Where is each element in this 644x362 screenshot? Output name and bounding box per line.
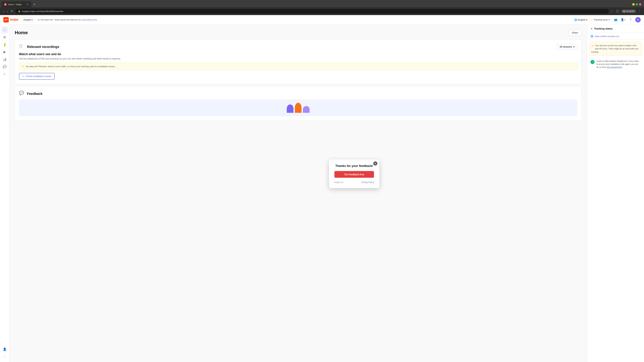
no-data-text: No data yet? Refresh, wait for more traf… [26, 65, 116, 68]
sidebar-item-insights[interactable]: 💡 [1, 41, 8, 48]
page-title: Home [15, 30, 28, 35]
tracking-warning-text: Your site has not sent any data to Hotja… [591, 44, 638, 53]
top-navigation: hotjar shopify ▾ 11 trial days left - ke… [0, 15, 644, 24]
url-bar[interactable]: 🔒 insights.hotjar.com/sites/3814994/over… [15, 9, 609, 13]
sidebar-item-feedback[interactable]: 💬 [1, 63, 8, 70]
popup-footer: Hotjar Ltd Privacy Policy [334, 181, 374, 183]
incognito-badge: 🕵 Incognito [621, 9, 636, 13]
recordings-icon: ▶ [4, 50, 6, 54]
tracking-warning-box: ⚠ Your site has not sent any data to Hot… [589, 42, 642, 56]
tracking-success-row: ✓ script on https://admin.shopify.com. I… [587, 58, 644, 71]
recordings-card-icon: ⬡ [19, 44, 25, 50]
logo[interactable]: hotjar [3, 17, 18, 22]
tracking-issue-button[interactable]: ⚠ Tracking issue ▾ [589, 18, 611, 22]
help-button[interactable]: ? [628, 17, 633, 22]
main-content: Home Share ⬡ Relevant recordings All ses… [10, 24, 587, 362]
feedback-card-icon: 💬 [19, 91, 25, 97]
privacy-policy-link[interactable]: Privacy Policy [362, 181, 374, 183]
tracking-status-title: Tracking status [594, 27, 613, 30]
recordings-subtitle: Watch what users see and do [19, 52, 578, 56]
check-installation-button[interactable]: ⬡ Check installation issues [19, 73, 55, 80]
recordings-card: ⬡ Relevant recordings All sessions ▾ Wat… [15, 39, 582, 84]
share-button[interactable]: Share [568, 30, 582, 35]
warning-banner-icon: ⚠ [22, 65, 24, 68]
lang-dropdown-icon: ▾ [586, 18, 587, 21]
svg-rect-0 [3, 17, 9, 22]
install-icon: ⬡ [22, 75, 24, 78]
minimize-button[interactable] [632, 3, 634, 5]
feedback-card-title: Feedback [27, 92, 42, 96]
sidebar-item-home[interactable]: ⌂ [1, 26, 8, 33]
close-button[interactable] [639, 3, 641, 5]
page-header: Home Share [15, 30, 582, 35]
bookmark-icon[interactable]: ☆ [610, 9, 614, 13]
sidebar-item-dashboard[interactable]: ⊞ [1, 34, 8, 40]
popup-title: Thanks for your feedback! [334, 164, 374, 168]
tab-title: Home - Hotjar [8, 3, 25, 6]
figure-1 [287, 104, 294, 113]
sidebar-item-users[interactable]: 👤 [1, 346, 8, 353]
feedback-illustration [287, 103, 310, 113]
sidebar-item-recordings[interactable]: ▶ [1, 49, 8, 55]
sidebar-item-surveys[interactable]: ✓ [1, 71, 8, 77]
language-selector[interactable]: 🌐 English ▾ [574, 18, 587, 21]
collaborate-button[interactable]: 👥 [613, 17, 618, 22]
tab-favicon [4, 3, 7, 6]
heatmaps-icon: 📊 [3, 57, 6, 61]
dashboard-icon: ⊞ [3, 35, 6, 39]
site-name: shopify [23, 18, 31, 21]
back-button[interactable]: ‹ [3, 9, 5, 14]
lock-icon: 🔒 [18, 10, 20, 12]
tracking-status-panel: ▼ Tracking status 🌐 https://admin.shopif… [587, 24, 644, 362]
figure-3 [303, 106, 310, 113]
trial-notice: 11 trial days left - keep advanced featu… [38, 18, 572, 21]
popup-company: Hotjar Ltd [334, 181, 343, 183]
popup-close-button[interactable]: ✕ [373, 161, 377, 165]
extensions-icon[interactable]: ⬛ [615, 9, 620, 13]
recordings-card-title: Relevant recordings [27, 45, 59, 49]
globe-icon: 🌐 [574, 18, 577, 21]
logo-text: hotjar [10, 18, 18, 21]
success-checkmark-icon: ✓ [590, 60, 594, 64]
new-tab-button[interactable]: + [32, 2, 37, 7]
site-management-link[interactable]: site management [606, 66, 622, 68]
try-feedback-button[interactable]: Try Feedback free [334, 171, 374, 178]
feedback-popup: ✕ Thanks for your feedback! Try Feedback… [329, 159, 379, 188]
maximize-button[interactable] [636, 3, 638, 5]
active-tab[interactable]: Home - Hotjar ✕ [1, 1, 32, 7]
sidebar-collapse-toggle[interactable]: → [1, 353, 8, 360]
tracking-globe-icon: 🌐 [590, 35, 593, 37]
menu-icon[interactable]: ⋮ [637, 9, 641, 13]
tracking-warning-icon: ⚠ [591, 44, 594, 47]
feedback-icon: 💬 [3, 65, 6, 68]
users-icon: 👤 [3, 348, 6, 351]
tracking-url-row: 🌐 https://admin.shopify.com [587, 33, 644, 40]
add-user-button[interactable]: 👤+ [620, 17, 626, 22]
url-text: insights.hotjar.com/sites/3814994/overvi… [22, 10, 63, 12]
warning-icon: ⚠ [591, 18, 593, 21]
sidebar-item-heatmaps[interactable]: 📊 [1, 56, 8, 63]
arrow-icon: → [3, 355, 6, 358]
surveys-icon: ✓ [3, 72, 6, 76]
figure-2 [295, 103, 302, 113]
no-data-warning: ⚠ No data yet? Refresh, wait for more tr… [19, 63, 578, 70]
tracking-dropdown-icon: ▾ [608, 18, 610, 21]
site-selector[interactable]: shopify ▾ [21, 17, 35, 22]
tab-close-button[interactable]: ✕ [26, 3, 29, 6]
subscribe-link[interactable]: subscribing now [82, 18, 97, 21]
tracking-status-header: ▼ Tracking status [587, 24, 644, 33]
nav-actions: 🌐 English ▾ ⚠ Tracking issue ▾ 👥 👤+ ? U [574, 17, 641, 22]
sidebar: ⌂ ⊞ 💡 ▶ 📊 💬 ✓ 👤 [0, 24, 10, 362]
panel-chevron-icon: ▼ [590, 27, 593, 30]
tracking-url-text: https://admin.shopify.com [595, 35, 619, 37]
reload-button[interactable]: ↻ [10, 9, 14, 14]
feedback-card: 💬 Feedback [15, 86, 582, 120]
insights-icon: 💡 [3, 43, 6, 46]
forward-button[interactable]: › [6, 9, 9, 14]
avatar[interactable]: U [635, 17, 641, 22]
recordings-description: Get live playbacks of full user journeys… [19, 57, 578, 60]
tracking-success-text: script on https://admin.shopify.com. If … [596, 60, 641, 69]
session-filter-dropdown[interactable]: All sessions ▾ [557, 44, 578, 50]
site-dropdown-icon: ▾ [31, 18, 32, 21]
feedback-preview [19, 99, 578, 116]
